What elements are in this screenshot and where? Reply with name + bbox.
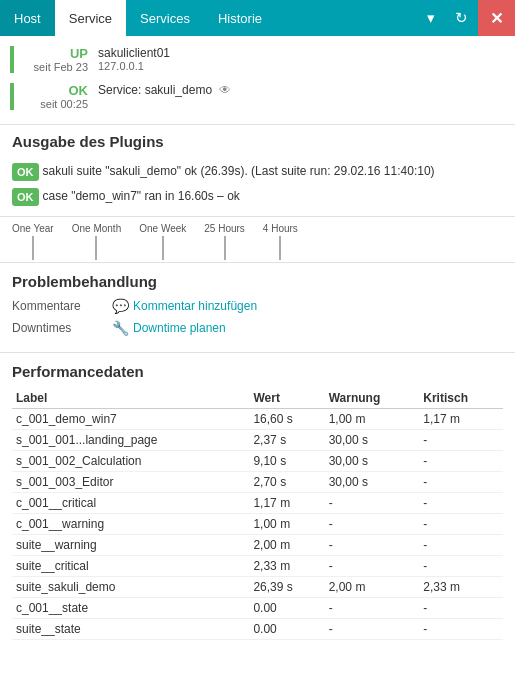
status-since-ok: seit 00:25 xyxy=(18,98,88,110)
status-detail-up: sakuliclient01 127.0.0.1 xyxy=(98,46,170,72)
status-state-up: UP xyxy=(18,46,88,61)
problembehandlung-section: Problembehandlung Kommentare 💬 Kommentar… xyxy=(0,263,515,353)
top-navigation: Host Service Services Historie ▾ ↻ ✕ xyxy=(0,0,515,36)
problembehandlung-title: Problembehandlung xyxy=(12,273,503,290)
table-row: c_001__state0.00-- xyxy=(12,598,503,619)
kommentar-hinzufuegen-link[interactable]: 💬 Kommentar hinzufügen xyxy=(112,298,257,314)
status-since-up: seit Feb 23 xyxy=(18,61,88,73)
eye-icon[interactable]: 👁 xyxy=(219,83,231,97)
nav-host[interactable]: Host xyxy=(0,0,55,36)
kommentare-row: Kommentare 💬 Kommentar hinzufügen xyxy=(12,298,503,314)
table-row: c_001__critical1,17 m-- xyxy=(12,493,503,514)
close-button[interactable]: ✕ xyxy=(478,0,515,36)
nav-service[interactable]: Service xyxy=(55,0,126,36)
col-label: Label xyxy=(12,388,249,409)
perf-cell-wert: 1,17 m xyxy=(249,493,324,514)
perf-cell-label: c_001__critical xyxy=(12,493,249,514)
perf-cell-label: suite__state xyxy=(12,619,249,640)
perf-table-header: Label Wert Warnung Kritisch xyxy=(12,388,503,409)
perf-cell-kritisch: - xyxy=(419,556,503,577)
chevron-down-icon[interactable]: ▾ xyxy=(417,0,445,36)
timeline-bar-one-month xyxy=(95,236,97,260)
timeline-label-25hours: 25 Hours xyxy=(204,223,245,234)
perf-cell-label: c_001__warning xyxy=(12,514,249,535)
col-wert: Wert xyxy=(249,388,324,409)
timeline-item-4hours[interactable]: 4 Hours xyxy=(263,223,298,260)
timeline-item-25hours[interactable]: 25 Hours xyxy=(204,223,245,260)
plugin-output-section: Ausgabe des Plugins OKsakuli suite "saku… xyxy=(0,125,515,216)
perf-cell-wert: 2,33 m xyxy=(249,556,324,577)
nav-services[interactable]: Services xyxy=(126,0,204,36)
timeline-label-4hours: 4 Hours xyxy=(263,223,298,234)
perf-cell-label: s_001_003_Editor xyxy=(12,472,249,493)
timeline-item-one-year[interactable]: One Year xyxy=(12,223,54,260)
col-kritisch: Kritisch xyxy=(419,388,503,409)
plugin-output-line-2: OKcase "demo_win7" ran in 16.60s – ok xyxy=(12,187,503,206)
downtimes-label: Downtimes xyxy=(12,321,112,335)
perf-cell-label: suite__warning xyxy=(12,535,249,556)
plugin-output-line-1: OKsakuli suite "sakuli_demo" ok (26.39s)… xyxy=(12,162,503,181)
timeline-label-one-week: One Week xyxy=(139,223,186,234)
perf-cell-label: c_001__state xyxy=(12,598,249,619)
col-warnung: Warnung xyxy=(325,388,420,409)
perf-cell-warnung: - xyxy=(325,598,420,619)
table-row: s_001_002_Calculation9,10 s30,00 s- xyxy=(12,451,503,472)
table-row: suite__state0.00-- xyxy=(12,619,503,640)
ok-badge-2: OK xyxy=(12,188,39,207)
timeline-bar-25hours xyxy=(224,236,226,260)
timeline-bar-4hours xyxy=(279,236,281,260)
performancedaten-section: Performancedaten Label Wert Warnung Krit… xyxy=(0,353,515,650)
chat-icon: 💬 xyxy=(112,298,129,314)
perf-cell-warnung: - xyxy=(325,535,420,556)
perf-cell-wert: 26,39 s xyxy=(249,577,324,598)
perf-cell-wert: 2,37 s xyxy=(249,430,324,451)
perf-cell-warnung: - xyxy=(325,556,420,577)
perf-cell-kritisch: 1,17 m xyxy=(419,409,503,430)
perf-cell-wert: 2,70 s xyxy=(249,472,324,493)
perf-cell-kritisch: - xyxy=(419,430,503,451)
perf-cell-wert: 2,00 m xyxy=(249,535,324,556)
perf-cell-warnung: 1,00 m xyxy=(325,409,420,430)
perf-cell-wert: 9,10 s xyxy=(249,451,324,472)
table-row: s_001_003_Editor2,70 s30,00 s- xyxy=(12,472,503,493)
nav-historie[interactable]: Historie xyxy=(204,0,276,36)
timeline-section: One Year One Month One Week 25 Hours 4 H… xyxy=(0,216,515,263)
timeline-bar-one-year xyxy=(32,236,34,260)
status-label-up: UP seit Feb 23 xyxy=(18,46,98,73)
table-row: suite__warning2,00 m-- xyxy=(12,535,503,556)
perf-cell-warnung: 2,00 m xyxy=(325,577,420,598)
timeline-label-one-year: One Year xyxy=(12,223,54,234)
status-row-up: UP seit Feb 23 sakuliclient01 127.0.0.1 xyxy=(10,46,505,73)
perf-cell-wert: 1,00 m xyxy=(249,514,324,535)
timeline-item-one-month[interactable]: One Month xyxy=(72,223,121,260)
perf-cell-label: s_001_002_Calculation xyxy=(12,451,249,472)
table-row: c_001__warning1,00 m-- xyxy=(12,514,503,535)
perf-cell-kritisch: 2,33 m xyxy=(419,577,503,598)
perf-cell-warnung: 30,00 s xyxy=(325,451,420,472)
status-hostname: sakuliclient01 xyxy=(98,46,170,60)
perf-cell-warnung: - xyxy=(325,514,420,535)
table-row: c_001_demo_win716,60 s1,00 m1,17 m xyxy=(12,409,503,430)
perf-cell-warnung: 30,00 s xyxy=(325,472,420,493)
kommentare-label: Kommentare xyxy=(12,299,112,313)
perf-cell-label: suite__critical xyxy=(12,556,249,577)
downtimes-row: Downtimes 🔧 Downtime planen xyxy=(12,320,503,336)
timeline-bar-one-week xyxy=(162,236,164,260)
perf-cell-kritisch: - xyxy=(419,472,503,493)
timeline-item-one-week[interactable]: One Week xyxy=(139,223,186,260)
perf-cell-wert: 0.00 xyxy=(249,619,324,640)
perf-cell-kritisch: - xyxy=(419,493,503,514)
perf-cell-kritisch: - xyxy=(419,598,503,619)
refresh-icon[interactable]: ↻ xyxy=(445,0,478,36)
downtime-planen-link[interactable]: 🔧 Downtime planen xyxy=(112,320,226,336)
perf-cell-label: s_001_001...landing_page xyxy=(12,430,249,451)
perf-cell-warnung: - xyxy=(325,493,420,514)
ok-badge-1: OK xyxy=(12,163,39,182)
perf-cell-wert: 0.00 xyxy=(249,598,324,619)
perf-cell-warnung: - xyxy=(325,619,420,640)
performancedaten-title: Performancedaten xyxy=(12,363,503,380)
kommentar-link-text: Kommentar hinzufügen xyxy=(133,299,257,313)
status-label-ok: OK seit 00:25 xyxy=(18,83,98,110)
perf-cell-wert: 16,60 s xyxy=(249,409,324,430)
downtime-link-text: Downtime planen xyxy=(133,321,226,335)
